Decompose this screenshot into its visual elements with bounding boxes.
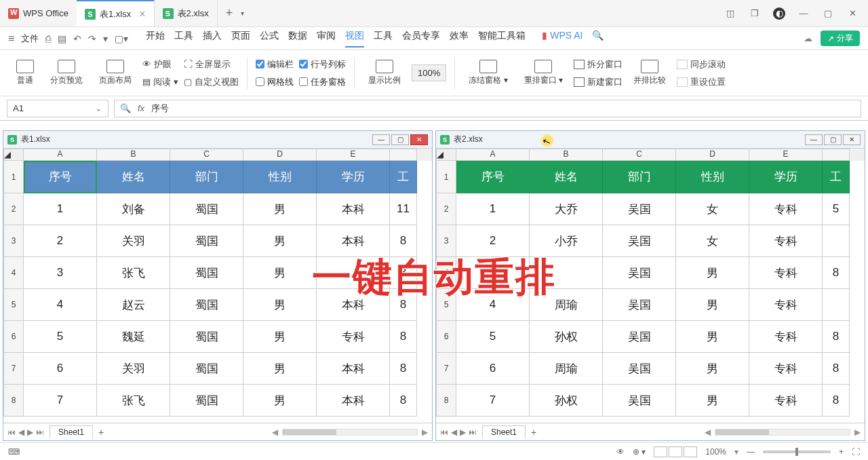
wb2-titlebar[interactable]: S 表2.xlsx — ▢ ✕ [436,131,865,149]
search-icon[interactable]: 🔍 [592,30,604,47]
nav-first-icon[interactable]: ⏮ [440,427,448,437]
row-header[interactable]: 1 [3,161,24,193]
cell[interactable]: 专科 [749,225,823,257]
cell[interactable]: 7 [456,385,530,417]
cell[interactable]: 女 [676,225,749,257]
status-icon[interactable]: ⌨ [8,447,20,457]
menu-view[interactable]: 视图 [345,30,364,47]
add-sheet-icon[interactable]: + [98,427,104,438]
check-row-col[interactable]: 行号列标 [299,58,346,71]
zoom-ratio[interactable]: 显示比例 [363,60,406,86]
nav-last-icon[interactable]: ⏭ [36,427,44,437]
cell[interactable]: 张飞 [97,385,170,417]
cell[interactable] [823,289,850,321]
cell[interactable]: 专科 [749,257,823,289]
cell[interactable]: 8 [390,385,417,417]
nav-prev-icon[interactable]: ◀ [18,427,24,437]
wb2-close-icon[interactable]: ✕ [843,134,861,145]
cell[interactable]: 本科 [317,385,390,417]
cell[interactable]: 女 [676,193,749,225]
col-header[interactable] [823,149,850,161]
sheet-tab[interactable]: Sheet1 [50,425,93,438]
cell[interactable]: 部门 [170,161,243,193]
cell[interactable]: 吴国 [603,385,676,417]
cube-icon[interactable]: ❒ [749,7,761,20]
check-task-pane[interactable]: 任务窗格 [299,76,346,88]
share-button[interactable]: ↗ 分享 [821,31,860,46]
cell[interactable]: 专科 [749,321,823,353]
redo-icon[interactable]: ↷ [88,33,96,44]
cell[interactable]: 周瑜 [530,353,603,385]
row-header[interactable]: 8 [436,385,456,417]
minimize-icon[interactable]: — [797,7,810,20]
cell[interactable]: 4 [24,289,97,321]
cell[interactable]: 8 [390,353,417,385]
cell[interactable]: 8 [390,321,417,353]
close-icon[interactable]: × [139,8,145,20]
menu-review[interactable]: 审阅 [317,30,336,47]
cell[interactable]: 专科 [749,353,823,385]
doc-tab-1[interactable]: S 表1.xlsx × [77,0,155,26]
cell[interactable]: 大乔 [530,193,603,225]
cell[interactable]: 1 [456,193,530,225]
view-break-icon[interactable] [684,446,697,457]
fullscreen[interactable]: ⛶ 全屏显示 [184,58,239,71]
cell[interactable]: 男 [243,385,317,417]
cell[interactable]: 工 [823,161,850,193]
read-mode[interactable]: ▤ 阅读 ▾ [142,76,178,88]
maximize-icon[interactable]: ▢ [822,7,834,20]
cell[interactable]: 蜀国 [170,193,243,225]
cell[interactable]: 吴国 [603,353,676,385]
menu-tools2[interactable]: 工具 [374,30,393,47]
cell[interactable]: 6 [456,353,530,385]
cell[interactable]: 吴国 [603,321,676,353]
wb1-maximize-icon[interactable]: ▢ [391,134,409,145]
col-header[interactable]: E [317,149,390,161]
toolbar-icon-5[interactable]: ▾ [103,33,108,44]
zoom-label[interactable]: 100% [705,447,726,457]
avatar-icon[interactable]: ◐ [773,7,785,20]
cell[interactable]: 男 [676,385,749,417]
col-header[interactable]: C [170,149,243,161]
cell[interactable]: 5 [24,321,97,353]
menu-tools1[interactable]: 工具 [174,30,193,47]
cell[interactable]: 1 [24,193,97,225]
cell[interactable]: 序号 [24,161,97,193]
menu-data[interactable]: 数据 [288,30,307,47]
cell[interactable]: 工 [390,161,417,193]
cell[interactable]: 专科 [749,289,823,321]
select-all-corner[interactable]: ◢ [3,149,24,161]
menu-page[interactable]: 页面 [231,30,250,47]
doc-tab-2[interactable]: S 表2.xlsx [155,0,218,26]
cell[interactable]: 本科 [317,193,390,225]
new-window[interactable]: 新建窗口 [574,76,623,88]
nav-prev-icon[interactable]: ◀ [451,427,457,437]
cell[interactable]: 5 [456,321,530,353]
cell[interactable]: 男 [243,193,317,225]
cell[interactable]: 蜀国 [170,385,243,417]
cell[interactable]: 关羽 [97,225,170,257]
row-header[interactable]: 6 [436,321,456,353]
cell[interactable]: 2 [24,225,97,257]
sheet-tab[interactable]: Sheet1 [482,425,526,438]
undo-icon[interactable]: ↶ [73,33,81,44]
zoom-slider[interactable] [763,451,831,453]
hscroll[interactable] [282,429,418,436]
cell[interactable]: 吴国 [603,225,676,257]
col-header[interactable]: D [676,149,749,161]
cell[interactable]: 男 [243,321,317,353]
check-gridlines[interactable]: 网格线 [256,76,294,88]
hscroll[interactable] [715,429,850,436]
eye-icon[interactable]: 👁 [616,447,625,457]
name-box[interactable]: A1 ⌄ [7,100,108,117]
add-tab-button[interactable]: + [218,6,241,20]
nav-last-icon[interactable]: ⏭ [469,427,477,437]
cell[interactable]: 部门 [603,161,676,193]
cell[interactable]: 学历 [749,161,823,193]
protect-eye[interactable]: 👁 护眼 [142,58,178,71]
tab-more-icon[interactable]: ▾ [241,9,244,17]
view-normal[interactable]: 普通 [11,60,39,86]
cell[interactable]: 吴国 [603,289,676,321]
wb2-maximize-icon[interactable]: ▢ [824,134,842,145]
cell[interactable]: 赵云 [97,289,170,321]
